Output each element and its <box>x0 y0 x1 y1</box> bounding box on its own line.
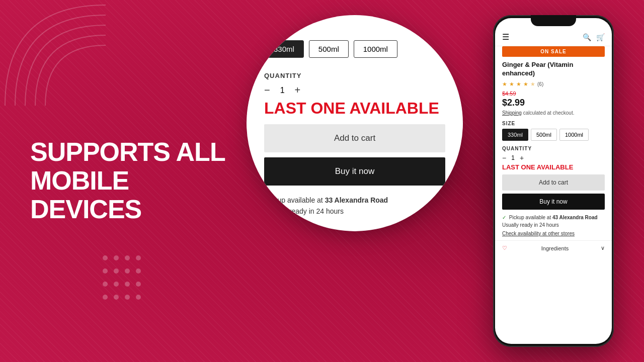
phone-pickup-info: ✓ Pickup available at 43 Alexandra Road … <box>502 214 605 229</box>
zoom-qty-plus[interactable]: + <box>295 84 301 96</box>
zoom-buy-now-button[interactable]: Buy it now <box>264 157 445 186</box>
cart-icon[interactable]: 🛒 <box>596 33 605 41</box>
phone-size-500[interactable]: 500ml <box>531 129 557 141</box>
zoom-last-one: LAST ONE AVAILABLE <box>264 100 445 116</box>
shipping-link[interactable]: Shipping <box>502 110 522 116</box>
phone-last-one: LAST ONE AVAILABLE <box>502 164 605 171</box>
phone-notch <box>531 15 576 26</box>
star-3: ★ <box>516 81 521 87</box>
phone-size-330[interactable]: 330ml <box>502 129 528 141</box>
star-2: ★ <box>509 81 514 87</box>
zoom-size-buttons: 330ml 500ml 1000ml <box>264 40 445 58</box>
arc-decoration <box>0 0 111 111</box>
size-label: SIZE <box>502 121 605 126</box>
phone-quantity-row: − 1 + <box>502 154 605 162</box>
zoom-qty-minus[interactable]: − <box>264 84 270 96</box>
zoom-add-to-cart-button[interactable]: Add to cart <box>264 124 445 152</box>
phone-buy-now-button[interactable]: Buy it now <box>502 194 605 210</box>
zoom-circle: 330ml 500ml 1000ml QUANTITY − 1 + LAST O… <box>247 15 463 231</box>
phone-size-buttons: 330ml 500ml 1000ml <box>502 129 605 141</box>
menu-icon[interactable]: ☰ <box>502 32 509 42</box>
phone-screen: ☰ 🔍 🛒 ON SALE Ginger & Pear (Vitamin enh… <box>495 18 612 344</box>
zoom-quantity-control: − 1 + <box>264 84 445 96</box>
phone-qty-minus[interactable]: − <box>502 154 506 162</box>
old-price: $4.59 <box>502 90 605 97</box>
star-half: ★ <box>530 81 535 87</box>
search-icon[interactable]: 🔍 <box>583 33 591 41</box>
pickup-check-icon: ✓ <box>502 215 506 220</box>
chevron-down-icon: ∨ <box>601 245 605 251</box>
phone-size-1000[interactable]: 1000ml <box>559 129 589 141</box>
heart-icon: ♡ <box>502 245 507 251</box>
quantity-label: QUANTITY <box>502 146 605 151</box>
phone-qty-plus[interactable]: + <box>520 154 524 162</box>
phone-qty-value: 1 <box>511 154 515 161</box>
review-count: (6) <box>537 81 543 87</box>
zoom-size-1000[interactable]: 1000ml <box>354 40 397 58</box>
shipping-text: Shipping calculated at checkout. <box>502 110 605 116</box>
ingredients-label: Ingredients <box>541 245 569 251</box>
main-headline: SUPPORTS ALL MOBILE DEVICES <box>30 138 242 224</box>
star-1: ★ <box>502 81 507 87</box>
product-info: Ginger & Pear (Vitamin enhanced) ★ ★ ★ ★… <box>495 61 612 236</box>
ingredients-row[interactable]: ♡ Ingredients ∨ <box>495 240 612 255</box>
stars-row: ★ ★ ★ ★ ★ (6) <box>502 81 605 87</box>
dots-decoration <box>101 253 141 302</box>
zoom-size-500[interactable]: 500ml <box>309 40 349 58</box>
zoom-qty-value: 1 <box>280 86 285 95</box>
new-price: $2.99 <box>502 98 605 108</box>
product-name: Ginger & Pear (Vitamin enhanced) <box>502 61 605 78</box>
header-icons: 🔍 🛒 <box>583 33 605 41</box>
star-4: ★ <box>523 81 528 87</box>
check-availability-link[interactable]: Check availability at other stores <box>502 231 605 236</box>
phone-add-to-cart-button[interactable]: Add to cart <box>502 174 605 191</box>
on-sale-badge: ON SALE <box>502 46 605 57</box>
phone-mockup: ☰ 🔍 🛒 ON SALE Ginger & Pear (Vitamin enh… <box>493 15 614 347</box>
zoom-quantity-label: QUANTITY <box>264 72 445 79</box>
